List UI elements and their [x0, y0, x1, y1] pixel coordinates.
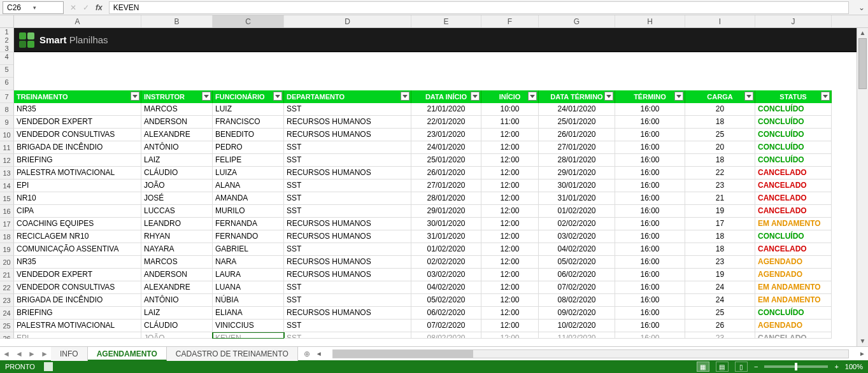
column-header-I[interactable]: I	[685, 15, 755, 27]
cell[interactable]: 04/02/2020	[411, 281, 481, 294]
cell[interactable]: 02/02/2020	[411, 256, 481, 269]
cell[interactable]: CIPA	[14, 205, 141, 218]
add-sheet-button[interactable]: ⊕	[298, 349, 316, 358]
cell[interactable]: PALESTRA MOTIVACIONAL	[14, 320, 141, 332]
cell[interactable]: SST	[284, 332, 411, 339]
view-normal-icon[interactable]: ▦	[697, 362, 709, 372]
cell[interactable]: 28/01/2020	[539, 154, 615, 167]
cell[interactable]: AMANDA	[213, 192, 284, 205]
cell[interactable]: RHYAN	[141, 230, 213, 243]
row-header[interactable]: 15	[0, 192, 14, 205]
cell[interactable]: 07/02/2020	[539, 281, 615, 294]
row-headers-4-6[interactable]: 4 5 6	[0, 52, 14, 90]
cell[interactable]: 20	[685, 103, 755, 116]
cell[interactable]: 24/01/2020	[411, 141, 481, 154]
cell[interactable]: 16:00	[615, 269, 685, 281]
confirm-icon[interactable]: ✓	[83, 3, 89, 12]
col-header-departamento[interactable]: DEPARTAMENTO	[284, 90, 411, 103]
cell[interactable]: 02/02/2020	[539, 218, 615, 230]
cell[interactable]: 29/01/2020	[411, 205, 481, 218]
cell[interactable]: 27/01/2020	[411, 179, 481, 192]
cell[interactable]: SST	[284, 320, 411, 332]
cell[interactable]: 06/02/2020	[539, 269, 615, 281]
cell[interactable]: PALESTRA MOTIVACIONAL	[14, 167, 141, 179]
column-header-C[interactable]: C	[213, 15, 284, 27]
cell[interactable]: RECURSOS HUMANOS	[284, 307, 411, 320]
cell[interactable]: 07/02/2020	[411, 320, 481, 332]
status-cell[interactable]: EM ANDAMENTO	[755, 281, 832, 294]
filter-icon[interactable]	[202, 92, 211, 101]
col-header-inicio[interactable]: INÍCIO	[481, 90, 539, 103]
cell[interactable]: MARCOS	[141, 103, 213, 116]
status-cell[interactable]: AGENDADO	[755, 256, 832, 269]
status-cell[interactable]: CANCELADO	[755, 243, 832, 256]
row-header-group[interactable]: 1 2 3	[0, 28, 14, 52]
scroll-up-icon[interactable]: ▲	[857, 28, 868, 38]
row-header[interactable]: 14	[0, 179, 14, 192]
status-cell[interactable]: CANCELADO	[755, 332, 832, 339]
cell[interactable]: RECURSOS HUMANOS	[284, 129, 411, 141]
cell[interactable]: 09/02/2020	[539, 307, 615, 320]
cell[interactable]: 22/01/2020	[411, 116, 481, 129]
cell[interactable]: 23	[685, 256, 755, 269]
cell[interactable]: 26	[685, 320, 755, 332]
cell[interactable]: SST	[284, 192, 411, 205]
status-cell[interactable]: CONCLUÍDO	[755, 230, 832, 243]
cell[interactable]: 16:00	[615, 332, 685, 339]
cell[interactable]: NÚBIA	[213, 294, 284, 307]
col-header-carga[interactable]: CARGA	[685, 90, 755, 103]
status-cell[interactable]: AGENDADO	[755, 320, 832, 332]
cell[interactable]: JOSÉ	[141, 192, 213, 205]
cell[interactable]: LAURA	[213, 269, 284, 281]
cell[interactable]: 12:00	[481, 243, 539, 256]
cell[interactable]: 16:00	[615, 205, 685, 218]
row-header[interactable]: 7	[0, 90, 14, 103]
horizontal-scrollbar[interactable]: ◄ ►	[316, 349, 868, 358]
cell[interactable]: 12:00	[481, 205, 539, 218]
cell[interactable]: SST	[284, 179, 411, 192]
col-header-instrutor[interactable]: INSTRUTOR	[141, 90, 213, 103]
cell[interactable]: 12:00	[481, 320, 539, 332]
zoom-in-button[interactable]: +	[834, 363, 838, 370]
cell[interactable]: 12:00	[481, 192, 539, 205]
cell[interactable]: 27/01/2020	[539, 141, 615, 154]
cell[interactable]: 16:00	[615, 179, 685, 192]
cell[interactable]: 12:00	[481, 307, 539, 320]
row-header[interactable]: 23	[0, 294, 14, 307]
cell[interactable]: NR10	[14, 192, 141, 205]
status-cell[interactable]: CANCELADO	[755, 192, 832, 205]
vertical-scrollbar[interactable]: ▲ ▼	[857, 28, 868, 346]
cell[interactable]: ALEXANDRE	[141, 129, 213, 141]
row-header[interactable]: 18	[0, 230, 14, 243]
cancel-icon[interactable]: ✕	[70, 3, 76, 12]
cell[interactable]: 16:00	[615, 192, 685, 205]
cell[interactable]: 16:00	[615, 154, 685, 167]
cell[interactable]: SST	[284, 103, 411, 116]
cell[interactable]: 20	[685, 141, 755, 154]
status-cell[interactable]: CONCLUÍDO	[755, 129, 832, 141]
zoom-slider[interactable]	[764, 365, 828, 368]
cell[interactable]: EPI	[14, 179, 141, 192]
cell[interactable]: 23/01/2020	[411, 129, 481, 141]
cell[interactable]: 16:00	[615, 294, 685, 307]
col-header-termino[interactable]: TÉRMINO	[615, 90, 685, 103]
row-header[interactable]: 9	[0, 116, 14, 129]
cell[interactable]: 12:00	[481, 154, 539, 167]
row-header[interactable]: 16	[0, 205, 14, 218]
cell[interactable]: 03/02/2020	[411, 269, 481, 281]
row-header[interactable]: 8	[0, 103, 14, 116]
cell[interactable]: 29/01/2020	[539, 167, 615, 179]
formula-input[interactable]: KEVEN	[109, 1, 849, 14]
filter-icon[interactable]	[471, 92, 480, 101]
cell[interactable]: 12:00	[481, 332, 539, 339]
cell[interactable]: 12:00	[481, 167, 539, 179]
row-header[interactable]: 24	[0, 307, 14, 320]
cell[interactable]: JOÃO	[141, 179, 213, 192]
cell[interactable]: SST	[284, 154, 411, 167]
status-cell[interactable]: AGENDADO	[755, 269, 832, 281]
cell[interactable]: 24/01/2020	[539, 103, 615, 116]
cell[interactable]: 16:00	[615, 256, 685, 269]
row-header[interactable]: 12	[0, 154, 14, 167]
cell[interactable]: VENDEDOR EXPERT	[14, 116, 141, 129]
col-header-treinamento[interactable]: TREINAMENTO	[14, 90, 141, 103]
